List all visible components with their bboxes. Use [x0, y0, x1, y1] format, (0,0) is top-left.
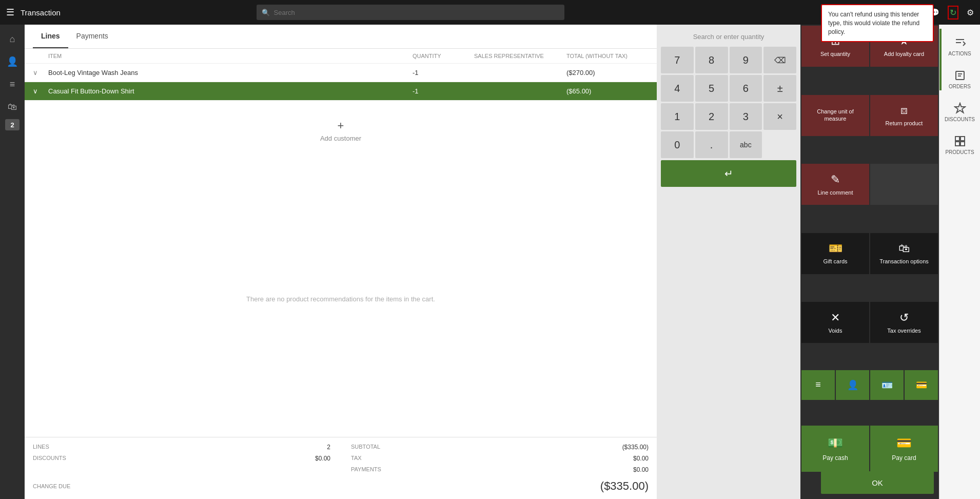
comment-icon: ✎ — [831, 173, 840, 186]
item-name: Boot-Leg Vintage Wash Jeans — [48, 69, 413, 76]
tax-overrides-button[interactable]: ↺ Tax overrides — [870, 302, 938, 343]
green-btn-3[interactable]: 🪪 — [870, 370, 904, 400]
action-grid-row4: 🎫 Gift cards 🛍 Transaction options — [800, 232, 939, 301]
row-expand-icon: ∨ — [33, 87, 48, 95]
alert-box: You can't refund using this tender type,… — [821, 4, 934, 42]
numpad-5[interactable]: 5 — [695, 75, 728, 102]
tab-lines[interactable]: Lines — [33, 25, 68, 48]
col-rep: SALES REPRESENTATIVE — [474, 53, 566, 59]
search-input[interactable] — [274, 9, 559, 16]
row-expand-icon: ∨ — [33, 69, 48, 76]
summary-subtotal: SUBTOTAL ($335.00) — [351, 444, 649, 451]
table-row[interactable]: ∨ Boot-Leg Vintage Wash Jeans -1 ($270.0… — [25, 64, 657, 82]
topbar-right: 💬 ↻ ⚙ — [929, 6, 974, 20]
numpad-2[interactable]: 2 — [695, 103, 728, 130]
svg-rect-6 — [961, 137, 965, 141]
sidebar-products[interactable]: PRODUCTS — [942, 129, 978, 160]
return-label: Return product — [886, 120, 923, 127]
settings-icon[interactable]: ⚙ — [967, 8, 974, 17]
empty-btn — [870, 164, 938, 205]
item-quantity: -1 — [413, 69, 474, 76]
sidebar-discounts[interactable]: DISCOUNTS — [942, 97, 978, 127]
numpad-0[interactable]: 0 — [661, 131, 694, 158]
tax-label: TAX — [351, 455, 362, 462]
transaction-options-button[interactable]: 🛍 Transaction options — [870, 233, 938, 274]
hamburger-icon[interactable]: ☰ — [6, 7, 14, 18]
item-total: ($270.00) — [566, 69, 649, 76]
tab-payments[interactable]: Payments — [68, 25, 116, 48]
sidebar-home-icon[interactable]: ⌂ — [2, 29, 23, 49]
tax-value: $0.00 — [633, 455, 649, 462]
numpad-plusminus[interactable]: ± — [763, 75, 796, 102]
right-sidebar: ACTIONS ORDERS DISCOUNTS PRODUCTS — [939, 25, 980, 499]
add-customer-button[interactable]: + Add customer — [310, 109, 371, 152]
search-bar[interactable]: 🔍 — [257, 5, 564, 20]
change-unit-button[interactable]: Change unit of measure — [801, 95, 869, 136]
voids-button[interactable]: ✕ Voids — [801, 302, 869, 343]
comment-label: Line comment — [817, 189, 853, 196]
table-header: ITEM QUANTITY SALES REPRESENTATIVE TOTAL… — [25, 49, 657, 64]
left-sidebar: ⌂ 👤 ≡ 🛍 2 — [0, 25, 25, 499]
green-btn-1[interactable]: ≡ — [801, 370, 835, 400]
refresh-icon[interactable]: ↻ — [948, 6, 958, 20]
ok-button[interactable]: OK — [821, 471, 934, 494]
add-customer-label: Add customer — [320, 135, 361, 142]
pay-cash-label: Pay cash — [822, 454, 848, 462]
subtotal-value: ($335.00) — [622, 444, 649, 451]
loyalty-label: Add loyalty card — [884, 51, 924, 57]
sidebar-customers-icon[interactable]: 👤 — [2, 51, 23, 72]
numpad-display: Search or enter quantity — [661, 29, 796, 45]
line-comment-button[interactable]: ✎ Line comment — [801, 164, 869, 205]
pay-card-label: Pay card — [892, 454, 916, 462]
lines-label: LINES — [33, 444, 49, 451]
summary-discounts: DISCOUNTS $0.00 — [33, 455, 330, 462]
pay-cash-button[interactable]: 💵 Pay cash — [801, 426, 869, 472]
pay-card-button[interactable]: 💳 Pay card — [870, 426, 938, 472]
numpad-4[interactable]: 4 — [661, 75, 694, 102]
discounts-label: DISCOUNTS — [33, 455, 66, 462]
set-qty-label: Set quantity — [820, 51, 850, 57]
numpad-9[interactable]: 9 — [730, 47, 762, 73]
card-icon: 💳 — [896, 436, 912, 450]
numpad-7[interactable]: 7 — [661, 47, 694, 73]
col-quantity: QUANTITY — [413, 53, 474, 59]
orders-label: ORDERS — [949, 84, 971, 89]
sidebar-menu-icon[interactable]: ≡ — [2, 74, 23, 94]
item-name: Casual Fit Button-Down Shirt — [48, 87, 413, 95]
numpad-abc[interactable]: abc — [730, 131, 762, 158]
numpad-3[interactable]: 3 — [730, 103, 762, 130]
summary-payments: PAYMENTS $0.00 — [351, 466, 649, 473]
numpad-1[interactable]: 1 — [661, 103, 694, 130]
payments-label: PAYMENTS — [351, 466, 381, 473]
green-btn-2[interactable]: 👤 — [836, 370, 869, 400]
change-due-value: ($335.00) — [600, 479, 649, 493]
numpad-area: Search or enter quantity 7 8 9 ⌫ 4 5 6 ±… — [657, 25, 800, 499]
gift-cards-button[interactable]: 🎫 Gift cards — [801, 233, 869, 274]
tabs: Lines Payments — [25, 25, 657, 49]
numpad-enter[interactable]: ↵ — [661, 160, 796, 187]
summary: LINES 2 DISCOUNTS $0.00 SUBTOTAL ($335.0… — [25, 437, 657, 499]
numpad-backspace[interactable]: ⌫ — [763, 47, 796, 73]
svg-rect-8 — [961, 142, 965, 146]
recommendations-text: There are no product recommendations for… — [246, 295, 435, 303]
lines-value: 2 — [327, 444, 330, 451]
numpad-6[interactable]: 6 — [730, 75, 762, 102]
numpad-dot[interactable]: . — [695, 131, 728, 158]
item-quantity: -1 — [413, 87, 474, 95]
numpad-8[interactable]: 8 — [695, 47, 728, 73]
svg-rect-7 — [955, 142, 959, 146]
cash-icon: 💵 — [828, 436, 843, 450]
recommendations: There are no product recommendations for… — [25, 161, 657, 437]
sidebar-cart-icon[interactable]: 🛍 — [2, 97, 23, 117]
actions-label: ACTIONS — [948, 51, 971, 56]
summary-lines: LINES 2 — [33, 444, 330, 451]
return-product-button[interactable]: ⧈ Return product — [870, 95, 938, 136]
green-btn-4[interactable]: 💳 — [905, 370, 938, 400]
sidebar-actions[interactable]: ACTIONS — [942, 31, 978, 62]
col-total: TOTAL (WITHOUT TAX) — [566, 53, 649, 59]
col-item: ITEM — [48, 53, 413, 59]
sidebar-badge-2[interactable]: 2 — [5, 119, 19, 130]
table-row[interactable]: ∨ Casual Fit Button-Down Shirt -1 ($65.0… — [25, 82, 657, 101]
sidebar-orders[interactable]: ORDERS — [942, 64, 978, 94]
numpad-multiply[interactable]: × — [763, 103, 796, 130]
